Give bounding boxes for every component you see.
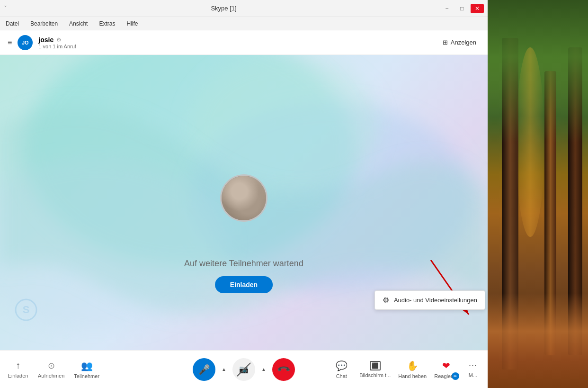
menu-ansicht[interactable]: Ansicht <box>67 19 89 28</box>
react-heart-icon: ❤ <box>442 360 450 371</box>
audio-tooltip[interactable]: ⚙ Audio- und Videoeinstellungen <box>374 290 485 310</box>
contact-name-row: josie ⚙ <box>38 36 76 44</box>
audio-settings-label: Audio- und Videoeinstellungen <box>394 297 477 304</box>
contact-info: josie ⚙ 1 von 1 im Anruf <box>38 36 76 49</box>
teilnehmer-toolbar-label: Teilnehmer <box>74 373 99 379</box>
chat-toolbar-button[interactable]: 💬 Chat <box>331 360 352 379</box>
record-icon: ⊙ <box>48 361 55 371</box>
toolbar-right: 💬 Chat ⬛ Bildschirm t... ✋ Hand heben ❤ … <box>331 360 480 379</box>
call-header-left: ≡ JO josie ⚙ 1 von 1 im Anruf <box>8 35 76 50</box>
mic-expand-button[interactable]: ▲ <box>219 358 229 381</box>
end-call-button[interactable]: 📞 <box>272 358 295 381</box>
raise-hand-toolbar-button[interactable]: ✋ Hand heben <box>398 360 427 379</box>
more-dots-icon: ··· <box>469 361 477 370</box>
einladen-toolbar-label: Einladen <box>8 373 28 379</box>
title-bar: ˅ Skype [1] − □ ✕ <box>0 0 488 17</box>
forest-foliage <box>488 293 588 388</box>
teilnehmer-toolbar-button[interactable]: 👥 Teilnehmer <box>74 360 99 379</box>
upload-icon: ↑ <box>16 360 20 371</box>
grid-icon: ⊞ <box>443 39 448 46</box>
contact-name: josie <box>38 36 53 44</box>
skype-window: ˅ Skype [1] − □ ✕ Datei Bearbeiten Ansic… <box>0 0 488 388</box>
raise-hand-label: Hand heben <box>398 373 427 379</box>
aufnehmen-toolbar-label: Aufnehmen <box>38 373 64 379</box>
light-streak <box>516 47 544 237</box>
einladen-button[interactable]: Einladen <box>215 276 273 293</box>
menu-extras[interactable]: Extras <box>97 19 117 28</box>
svg-point-0 <box>24 55 355 268</box>
chevron-down-icon[interactable]: ˅ <box>4 5 7 12</box>
cam-expand-button[interactable]: ▲ <box>259 358 268 381</box>
edit-badge: ✏ <box>452 372 459 380</box>
participant-avatar-image <box>222 176 266 220</box>
contact-status: 1 von 1 im Anruf <box>38 44 76 49</box>
waiting-section: Auf weitere Teilnehmer wartend Einladen <box>184 259 303 293</box>
menu-hilfe[interactable]: Hilfe <box>125 19 140 28</box>
einladen-toolbar-button[interactable]: ↑ Einladen <box>8 360 28 379</box>
anzeigen-label: Anzeigen <box>451 39 476 46</box>
audio-settings-gear-icon: ⚙ <box>383 296 389 305</box>
svg-point-3 <box>189 55 379 197</box>
more-options-button[interactable]: ··· M... <box>466 361 480 378</box>
close-button[interactable]: ✕ <box>471 4 484 13</box>
cam-chevron-icon: ▲ <box>261 367 266 372</box>
window-title: Skype [1] <box>211 5 236 12</box>
anzeigen-button[interactable]: ⊞ Anzeigen <box>439 37 480 48</box>
title-bar-left: ˅ <box>4 5 7 12</box>
maximize-button[interactable]: □ <box>455 4 469 13</box>
waiting-text: Auf weitere Teilnehmer wartend <box>184 259 303 269</box>
toolbar-left: ↑ Einladen ⊙ Aufnehmen 👥 Teilnehmer <box>8 360 99 379</box>
screen-share-label: Bildschirm t... <box>359 372 391 378</box>
bottom-toolbar: ↑ Einladen ⊙ Aufnehmen 👥 Teilnehmer 🎤 ▲ <box>0 350 488 388</box>
call-area: S Auf weitere Teilnehmer wartend Einlade… <box>0 55 488 350</box>
end-call-icon: 📞 <box>276 362 291 377</box>
avatar: JO <box>18 35 33 50</box>
menu-bar: Datei Bearbeiten Ansicht Extras Hilfe <box>0 17 488 30</box>
menu-bearbeiten[interactable]: Bearbeiten <box>28 19 60 28</box>
screen-share-icon: ⬛ <box>370 361 381 370</box>
screen-share-toolbar-button[interactable]: ⬛ Bildschirm t... <box>359 361 391 378</box>
camera-button[interactable]: 📷 <box>232 358 255 381</box>
participant-avatar <box>220 174 267 222</box>
mute-button[interactable]: 🎤 <box>193 358 215 381</box>
minimize-button[interactable]: − <box>440 4 454 13</box>
menu-datei[interactable]: Datei <box>4 19 21 28</box>
forest-background <box>488 0 588 388</box>
mic-chevron-icon: ▲ <box>222 367 226 372</box>
chat-toolbar-label: Chat <box>336 373 347 379</box>
hamburger-menu-icon[interactable]: ≡ <box>8 38 12 47</box>
gear-icon[interactable]: ⚙ <box>56 36 62 43</box>
microphone-icon: 🎤 <box>198 364 210 375</box>
more-label: M... <box>469 372 477 378</box>
chat-icon: 💬 <box>336 360 347 371</box>
raise-hand-icon: ✋ <box>407 360 419 371</box>
aufnehmen-toolbar-button[interactable]: ⊙ Aufnehmen <box>38 361 64 379</box>
skype-watermark: S <box>14 298 38 322</box>
call-header: ≡ JO josie ⚙ 1 von 1 im Anruf ⊞ Anzeigen <box>0 30 488 55</box>
svg-text:S: S <box>23 304 30 316</box>
participants-icon: 👥 <box>81 360 93 371</box>
react-toolbar-button[interactable]: ❤ ✏ Reagieren <box>434 360 458 379</box>
window-controls: − □ ✕ <box>440 4 484 13</box>
toolbar-center: 🎤 ▲ 📷 ▲ 📞 <box>193 358 295 381</box>
right-panel <box>488 0 588 388</box>
